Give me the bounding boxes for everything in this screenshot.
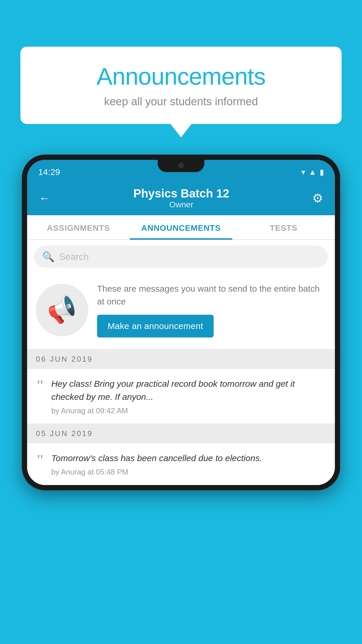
- phone-screen: 14:29 ▾ ▲ ▮ ← Physics Batch 12 Owner ⚙: [27, 160, 335, 485]
- speech-bubble: Announcements keep all your students inf…: [20, 47, 342, 124]
- back-button[interactable]: ←: [36, 189, 53, 208]
- date-separator-2: 05 JUN 2019: [27, 424, 335, 443]
- bubble-title: Announcements: [38, 63, 324, 90]
- signal-icon: ▲: [309, 168, 316, 177]
- header-title: Physics Batch 12: [53, 187, 309, 200]
- quote-icon-1: ": [36, 378, 44, 393]
- search-placeholder: Search: [59, 251, 89, 262]
- bubble-subtitle: keep all your students informed: [38, 95, 324, 108]
- status-icons: ▾ ▲ ▮: [301, 168, 324, 177]
- make-announcement-button[interactable]: Make an announcement: [97, 315, 214, 337]
- announcement-item-1: " Hey class! Bring your practical record…: [27, 369, 335, 424]
- announcement-text-1: Hey class! Bring your practical record b…: [51, 377, 326, 403]
- tab-announcements[interactable]: ANNOUNCEMENTS: [130, 215, 232, 239]
- search-container: 🔍 Search: [27, 240, 335, 274]
- promo-block: 📢 These are messages you want to send to…: [27, 274, 335, 349]
- promo-content: These are messages you want to send to t…: [97, 282, 326, 337]
- announcement-meta-1: by Anurag at 09:42 AM: [51, 406, 326, 415]
- phone-device: 14:29 ▾ ▲ ▮ ← Physics Batch 12 Owner ⚙: [22, 155, 340, 490]
- announcement-content-2: Tomorrow's class has been cancelled due …: [51, 452, 326, 477]
- megaphone-icon: 📢: [44, 292, 80, 328]
- settings-icon[interactable]: ⚙: [309, 188, 326, 208]
- battery-icon: ▮: [320, 168, 324, 177]
- header-title-block: Physics Batch 12 Owner: [53, 187, 309, 209]
- announcement-text-2: Tomorrow's class has been cancelled due …: [51, 452, 326, 465]
- announcement-item-2: " Tomorrow's class has been cancelled du…: [27, 443, 335, 485]
- phone-notch: [158, 160, 204, 172]
- status-time: 14:29: [38, 167, 60, 177]
- tabs-bar: ASSIGNMENTS ANNOUNCEMENTS TESTS: [27, 215, 335, 240]
- announcement-meta-2: by Anurag at 05:48 PM: [51, 468, 326, 477]
- announcement-content-1: Hey class! Bring your practical record b…: [51, 377, 326, 415]
- search-bar[interactable]: 🔍 Search: [34, 246, 328, 268]
- quote-icon-2: ": [36, 453, 44, 468]
- promo-icon-circle: 📢: [36, 284, 88, 336]
- phone-wrapper: 14:29 ▾ ▲ ▮ ← Physics Batch 12 Owner ⚙: [22, 155, 340, 490]
- app-header: ← Physics Batch 12 Owner ⚙: [27, 181, 335, 215]
- front-camera: [178, 163, 184, 169]
- wifi-icon: ▾: [301, 168, 305, 177]
- promo-description: These are messages you want to send to t…: [97, 282, 326, 308]
- date-separator-1: 06 JUN 2019: [27, 349, 335, 369]
- header-subtitle: Owner: [53, 200, 309, 209]
- search-icon: 🔍: [42, 251, 55, 262]
- tab-assignments[interactable]: ASSIGNMENTS: [27, 215, 130, 239]
- speech-bubble-container: Announcements keep all your students inf…: [20, 47, 342, 124]
- tab-tests[interactable]: TESTS: [232, 215, 335, 239]
